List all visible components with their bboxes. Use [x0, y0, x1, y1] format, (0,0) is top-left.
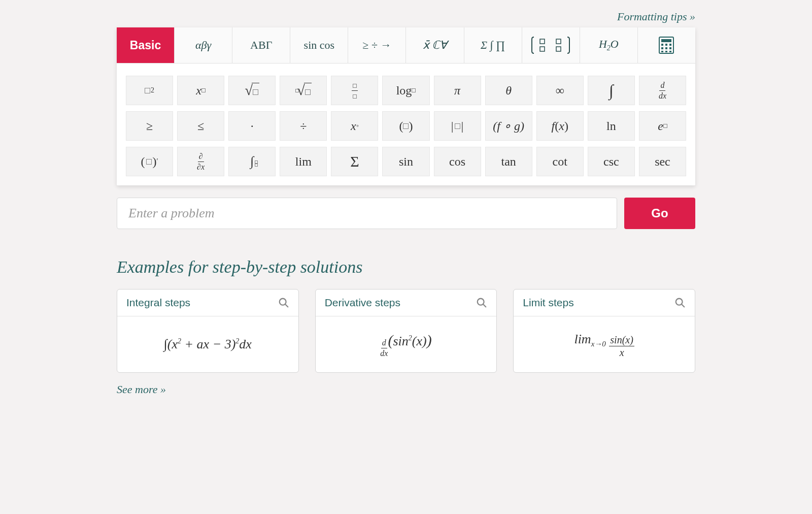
example-limit[interactable]: Limit steps limx→0 sin(x)x	[513, 289, 695, 373]
example-expression: ddx(sin2(x))	[316, 316, 497, 372]
toolbar-tabs: Basic αβγ ΑΒΓ sin cos ≥ ÷ → x̄ ℂ∀ Σ ∫ ∏ …	[117, 27, 695, 63]
tab-chemistry[interactable]: H2O	[580, 27, 638, 63]
svg-rect-8	[669, 44, 671, 46]
sym-integral[interactable]: ∫	[588, 76, 635, 105]
example-title: Derivative steps	[325, 297, 400, 309]
svg-rect-6	[661, 44, 663, 46]
examples-heading: Examples for step-by-step solutions	[117, 258, 695, 277]
sym-dot[interactable]: ·	[228, 111, 276, 141]
sym-theta[interactable]: θ	[485, 76, 532, 105]
svg-rect-2	[540, 47, 545, 51]
sym-sin[interactable]: sin	[382, 147, 429, 176]
sym-power[interactable]: x	[177, 76, 224, 105]
sym-square[interactable]: 2	[126, 76, 173, 105]
sym-log[interactable]: log	[382, 76, 429, 105]
tab-trig[interactable]: sin cos	[290, 27, 348, 63]
svg-line-18	[483, 304, 486, 307]
tab-calculator[interactable]	[638, 27, 695, 63]
sym-sum[interactable]: Σ	[331, 147, 378, 176]
sym-nroot[interactable]: √	[280, 76, 327, 105]
svg-rect-5	[661, 39, 671, 42]
matrix-icon	[531, 35, 570, 55]
svg-rect-0	[540, 39, 545, 44]
example-integral[interactable]: Integral steps ∫(x2 + ax − 3)2dx	[117, 289, 299, 373]
sym-fraction[interactable]	[331, 76, 378, 105]
sym-gte[interactable]: ≥	[126, 111, 173, 141]
sym-ddx[interactable]: ddx	[639, 76, 686, 105]
sym-abs[interactable]: ||	[434, 111, 481, 141]
sym-exp[interactable]: e	[639, 111, 686, 141]
sym-lte[interactable]: ≤	[177, 111, 224, 141]
search-icon	[476, 297, 487, 308]
math-toolbar: Basic αβγ ΑΒΓ sin cos ≥ ÷ → x̄ ℂ∀ Σ ∫ ∏ …	[117, 27, 695, 185]
problem-input[interactable]	[117, 198, 617, 229]
tab-matrix[interactable]	[522, 27, 580, 63]
sym-derivative[interactable]: ()′	[126, 147, 173, 176]
tab-sums[interactable]: Σ ∫ ∏	[464, 27, 522, 63]
svg-rect-13	[665, 51, 667, 52]
see-more-link[interactable]: See more »	[117, 383, 166, 396]
sym-csc[interactable]: csc	[588, 147, 635, 176]
sym-parens[interactable]: ( )	[382, 111, 429, 141]
svg-rect-10	[665, 47, 667, 49]
sym-sec[interactable]: sec	[639, 147, 686, 176]
sym-fx[interactable]: f(x)	[536, 111, 584, 141]
sym-lim[interactable]: lim	[280, 147, 327, 176]
svg-line-20	[682, 304, 685, 307]
svg-rect-3	[556, 47, 561, 51]
sym-pi[interactable]: π	[434, 76, 481, 105]
sym-partial[interactable]: ∂∂x	[177, 147, 224, 176]
search-icon	[674, 297, 686, 308]
tab-operators[interactable]: ≥ ÷ →	[348, 27, 406, 63]
sym-cot[interactable]: cot	[536, 147, 584, 176]
example-expression: limx→0 sin(x)x	[514, 316, 695, 372]
svg-rect-7	[665, 44, 667, 46]
example-title: Integral steps	[126, 297, 190, 309]
sym-cos[interactable]: cos	[434, 147, 481, 176]
sym-defintegral[interactable]: ∫	[228, 147, 276, 176]
svg-rect-12	[661, 51, 663, 52]
symbol-pad: 2 x √ √ log π θ ∞ ∫ ddx ≥ ≤ · ÷ x◦ ( ) |…	[117, 63, 695, 185]
example-expression: ∫(x2 + ax − 3)2dx	[117, 316, 298, 372]
calculator-icon	[659, 37, 674, 54]
sym-tan[interactable]: tan	[485, 147, 532, 176]
svg-line-16	[285, 304, 288, 307]
search-icon	[278, 297, 289, 308]
svg-rect-9	[661, 47, 663, 49]
formatting-tips-link[interactable]: Formatting tips »	[617, 10, 695, 23]
sym-ln[interactable]: ln	[588, 111, 635, 141]
sym-infinity[interactable]: ∞	[536, 76, 584, 105]
sym-degree[interactable]: x◦	[331, 111, 378, 141]
svg-rect-1	[556, 39, 561, 44]
svg-rect-14	[669, 51, 671, 52]
sym-compose[interactable]: (f ∘ g)	[485, 111, 532, 141]
example-title: Limit steps	[523, 297, 573, 309]
svg-rect-11	[669, 47, 671, 49]
tab-basic[interactable]: Basic	[117, 27, 175, 63]
go-button[interactable]: Go	[624, 198, 695, 229]
example-derivative[interactable]: Derivative steps ddx(sin2(x))	[315, 289, 497, 373]
tab-greek-upper[interactable]: ΑΒΓ	[232, 27, 290, 63]
sym-sqrt[interactable]: √	[228, 76, 276, 105]
tab-greek-lower[interactable]: αβγ	[175, 27, 232, 63]
sym-divide[interactable]: ÷	[280, 111, 327, 141]
tab-sets[interactable]: x̄ ℂ∀	[406, 27, 464, 63]
